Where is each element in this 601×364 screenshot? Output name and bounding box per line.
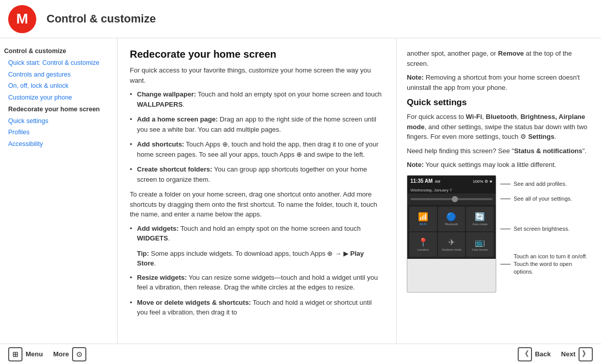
list-item-shortcuts: Add shortcuts: Touch Apps ⊕, touch and h… — [130, 139, 384, 159]
list-item-wallpaper-bold: Change wallpaper: — [137, 90, 196, 98]
quick-settings-heading: Quick settings — [407, 98, 591, 108]
logo-letter: M — [16, 11, 28, 27]
list-item-shortcuts-bold: Add shortcuts: — [137, 140, 184, 148]
qs-intro: For quick access to Wi-Fi, Bluetooth, Br… — [407, 112, 591, 142]
callout-4: Touch an icon to turn it on/off.Touch th… — [500, 253, 591, 276]
phone-status-bar: 11:35 AM AM 100% ⚙ ★ — [407, 176, 496, 187]
sidebar-item-accessibility[interactable]: Accessibility — [0, 138, 117, 150]
phone-tile-castscreen: 📺 Cast screen — [466, 232, 494, 257]
tip-text: Tip: Some apps include widgets. To downl… — [130, 249, 384, 269]
wifi-tile-label: Wi-Fi — [420, 223, 427, 226]
phone-time: 11:35 AM — [410, 178, 433, 184]
qs-help: Need help finding this screen? See "Stat… — [407, 146, 591, 156]
callout-text-4: Touch an icon to turn it on/off.Touch th… — [514, 253, 591, 276]
bluetooth-tile-icon: 🔵 — [446, 212, 456, 222]
sidebar-item-on-off-lock[interactable]: On, off, lock & unlock — [0, 80, 117, 92]
sidebar-item-control-customize[interactable]: Control & customize — [0, 43, 117, 57]
wallpapers-bold: WALLPAPERS — [137, 101, 182, 108]
sidebar-item-redecorate[interactable]: Redecorate your home screen — [0, 104, 117, 115]
note-2-bold: Note: — [407, 161, 424, 168]
widgets-bold: WIDGETS — [137, 234, 168, 242]
location-tile-icon: 📍 — [418, 237, 428, 247]
castscreen-tile-label: Cast screen — [472, 248, 488, 251]
autorotate-tile-label: Auto-rotate — [472, 223, 488, 226]
phone-time-display: 11:35 AM AM — [410, 178, 441, 184]
motorola-logo: M — [8, 5, 36, 33]
airplane-tile-label: Airplane mode — [442, 248, 461, 251]
next-label: Next — [561, 350, 575, 358]
main-layout: Control & customize Quick start: Control… — [0, 38, 601, 344]
page-title: Control & customize — [47, 12, 156, 26]
menu-icon: ⊞ — [8, 347, 22, 361]
phone-tile-airplane: ✈ Airplane mode — [438, 232, 466, 257]
callout-text-2: See all of your settings. — [514, 195, 572, 203]
callout-3: Set screen brightness. — [500, 225, 591, 233]
phone-date: Wednesday, January 7 — [407, 187, 496, 193]
left-pane: Redecorate your home screen For quick ac… — [118, 38, 397, 344]
header: M Control & customize — [0, 0, 601, 38]
list-item-widgets: Add widgets: Touch and hold an empty spo… — [130, 224, 384, 244]
callout-text-3: Set screen brightness. — [514, 225, 569, 233]
brightness-thumb — [452, 196, 458, 202]
back-label: Back — [535, 350, 551, 358]
back-icon: 《 — [518, 347, 532, 361]
right-pane: another spot, another page, or Remove at… — [397, 38, 601, 344]
list-item-folders: Create shortcut folders: You can group a… — [130, 164, 384, 184]
play-store-bold: Play Store — [137, 250, 364, 268]
menu-label: Menu — [26, 350, 43, 358]
list-item-folders-bold: Create shortcut folders: — [137, 165, 212, 173]
list-item-wallpaper: Change wallpaper: Touch and hold an empt… — [130, 89, 384, 109]
autorotate-tile-icon: 🔄 — [475, 212, 485, 222]
sidebar-item-controls-gestures[interactable]: Controls and gestures — [0, 69, 117, 81]
location-tile-label: Location — [417, 248, 429, 251]
more-label: More — [53, 350, 69, 358]
more-icon: ⊙ — [72, 347, 86, 361]
remove-bold: Remove — [498, 50, 524, 57]
left-heading: Redecorate your home screen — [130, 48, 384, 60]
sidebar-item-quick-start[interactable]: Quick start: Control & customize — [0, 57, 117, 69]
footer-left: ⊞ Menu More ⊙ — [8, 347, 86, 361]
content-area: Redecorate your home screen For quick ac… — [118, 38, 601, 344]
callout-line-3 — [500, 229, 511, 229]
phone-status-icons: 100% ⚙ ★ — [473, 179, 493, 184]
phone-am: AM — [435, 180, 441, 183]
list-item-resize-bold: Resize widgets: — [137, 274, 187, 281]
more-icon-symbol: ⊙ — [76, 350, 82, 358]
sidebar-item-profiles[interactable]: Profiles — [0, 127, 117, 138]
list-item-move-delete-bold: Move or delete widgets & shortcuts: — [137, 299, 251, 306]
wifi-tile-icon: 📶 — [418, 212, 428, 222]
sidebar-item-quick-settings[interactable]: Quick settings — [0, 115, 117, 127]
note-1: Note: Removing a shortcut from your home… — [407, 72, 591, 92]
back-icon-symbol: 《 — [521, 350, 528, 359]
sidebar-item-customize-phone[interactable]: Customize your phone — [0, 92, 117, 104]
menu-button[interactable]: ⊞ Menu — [8, 347, 43, 361]
bluetooth-tile-label: Bluetooth — [445, 223, 458, 226]
callout-2: See all of your settings. — [500, 195, 591, 203]
left-list-2: Add widgets: Touch and hold an empty spo… — [130, 224, 384, 244]
callout-line-2 — [500, 199, 511, 199]
list-item-resize: Resize widgets: You can resize some widg… — [130, 273, 384, 293]
list-item-add-page-bold: Add a home screen page: — [137, 115, 218, 123]
phone-tile-wifi: 📶 Wi-Fi — [409, 207, 437, 231]
tip-bold: Tip: — [137, 250, 149, 257]
diagram-container: 11:35 AM AM 100% ⚙ ★ Wednesday, January … — [407, 175, 591, 293]
back-button[interactable]: 《 Back — [518, 347, 551, 361]
menu-icon-symbol: ⊞ — [12, 350, 18, 358]
callout-line-4 — [500, 264, 511, 264]
next-icon-symbol: 》 — [582, 350, 589, 359]
list-item-add-page: Add a home screen page: Drag an app to t… — [130, 114, 384, 134]
footer-right: 《 Back Next 》 — [518, 347, 593, 361]
phone-tile-autorotate: 🔄 Auto-rotate — [466, 207, 494, 231]
brightness-track — [410, 198, 493, 200]
phone-tiles-grid: 📶 Wi-Fi 🔵 Bluetooth 🔄 Auto-rotate � — [407, 205, 496, 259]
next-button[interactable]: Next 》 — [561, 347, 593, 361]
phone-tile-bluetooth: 🔵 Bluetooth — [438, 207, 466, 231]
next-icon: 》 — [579, 347, 593, 361]
callout-line-1 — [500, 184, 511, 184]
more-button[interactable]: More ⊙ — [53, 347, 86, 361]
callout-annotations: See and add profiles. See all of your se… — [496, 175, 591, 293]
left-list-3: Resize widgets: You can resize some widg… — [130, 273, 384, 318]
note-1-bold: Note: — [407, 74, 424, 81]
phone-brightness-bar — [407, 193, 496, 205]
callout-text-1: See and add profiles. — [514, 180, 567, 188]
